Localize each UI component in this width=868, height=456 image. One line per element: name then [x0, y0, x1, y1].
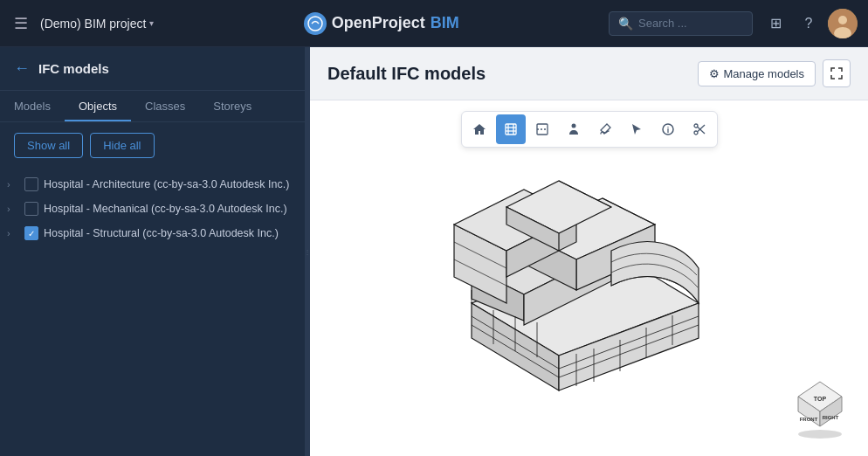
tab-objects[interactable]: Objects	[65, 91, 131, 121]
svg-point-15	[694, 124, 698, 128]
app-logo: OpenProjectBIM	[304, 12, 459, 35]
logo-area: OpenProjectBIM	[162, 12, 600, 35]
sidebar-header: ← IFC models	[0, 47, 309, 91]
svg-point-49	[798, 430, 842, 439]
nav-cube-svg: TOP FRONT RIGHT	[789, 377, 851, 439]
tab-storeys[interactable]: Storeys	[199, 91, 265, 121]
top-navigation: ☰ (Demo) BIM project ▾ OpenProjectBIM 🔍 …	[0, 0, 868, 47]
sidebar: ← IFC models Models Objects Classes Stor…	[0, 47, 310, 456]
nav-icons: ⊞ ?	[761, 9, 858, 38]
hide-all-button[interactable]: Hide all	[90, 133, 154, 158]
sidebar-actions: Show all Hide all	[0, 122, 309, 169]
manage-models-button[interactable]: ⚙ Manage models	[698, 61, 816, 86]
grid-icon[interactable]: ⊞	[761, 10, 789, 38]
chevron-right-icon: ›	[7, 179, 19, 190]
search-icon: 🔍	[618, 17, 633, 31]
manage-models-icon: ⚙	[709, 67, 720, 80]
show-all-button[interactable]: Show all	[14, 133, 83, 158]
logo-icon	[304, 12, 327, 35]
page-title: Default IFC models	[327, 64, 486, 84]
model-checkbox-3[interactable]	[24, 226, 38, 240]
tab-classes[interactable]: Classes	[131, 91, 199, 121]
content-area: Default IFC models ⚙ Manage models	[310, 47, 868, 456]
hamburger-menu-icon[interactable]: ☰	[10, 10, 31, 37]
model-checkbox-1[interactable]	[24, 177, 38, 191]
list-item[interactable]: › Hospital - Mechanical (cc-by-sa-3.0 Au…	[0, 197, 309, 221]
svg-text:FRONT: FRONT	[800, 417, 818, 422]
header-actions: ⚙ Manage models	[698, 59, 851, 87]
fullscreen-button[interactable]	[823, 59, 851, 87]
help-icon[interactable]: ?	[795, 10, 823, 38]
project-dropdown-icon: ▾	[149, 18, 154, 28]
svg-point-0	[308, 17, 322, 31]
svg-text:RIGHT: RIGHT	[823, 415, 839, 420]
svg-text:TOP: TOP	[814, 396, 827, 402]
logo-text-bim: BIM	[431, 14, 459, 32]
navigation-cube[interactable]: TOP FRONT RIGHT	[789, 377, 851, 439]
search-bar[interactable]: 🔍	[609, 11, 753, 36]
tab-models[interactable]: Models	[0, 91, 65, 121]
sidebar-title: IFC models	[38, 61, 109, 76]
logo-text-main: OpenProject	[332, 14, 425, 32]
model-label-1: Hospital - Architecture (cc-by-sa-3.0 Au…	[44, 178, 289, 190]
resize-handle[interactable]: ⋮	[305, 47, 309, 456]
project-name[interactable]: (Demo) BIM project ▾	[40, 17, 154, 31]
chevron-right-icon: ›	[7, 204, 19, 214]
back-button[interactable]: ←	[14, 59, 30, 78]
building-3d-view	[402, 128, 777, 429]
model-label-2: Hospital - Mechanical (cc-by-sa-3.0 Auto…	[44, 203, 287, 215]
sidebar-tabs: Models Objects Classes Storeys	[0, 91, 309, 122]
chevron-right-icon: ›	[7, 228, 19, 238]
3d-viewer: i	[310, 100, 868, 456]
main-layout: ← IFC models Models Objects Classes Stor…	[0, 47, 868, 456]
content-header: Default IFC models ⚙ Manage models	[310, 47, 868, 100]
search-input[interactable]	[638, 17, 743, 30]
model-list: › Hospital - Architecture (cc-by-sa-3.0 …	[0, 169, 309, 456]
list-item[interactable]: › Hospital - Structural (cc-by-sa-3.0 Au…	[0, 221, 309, 245]
list-item[interactable]: › Hospital - Architecture (cc-by-sa-3.0 …	[0, 172, 309, 197]
model-label-3: Hospital - Structural (cc-by-sa-3.0 Auto…	[44, 227, 279, 239]
building-svg	[402, 128, 777, 425]
model-checkbox-2[interactable]	[24, 202, 38, 216]
avatar[interactable]	[828, 9, 858, 38]
svg-point-2	[838, 16, 847, 24]
project-title: (Demo) BIM project	[40, 17, 146, 31]
